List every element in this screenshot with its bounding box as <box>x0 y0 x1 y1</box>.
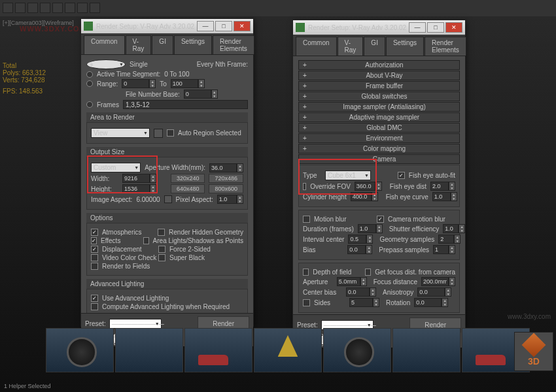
als-cb[interactable] <box>143 237 149 244</box>
cb-input[interactable]: ▲▼ <box>346 287 376 297</box>
tab-gi[interactable]: GI <box>364 37 385 56</box>
aperture-input[interactable]: ▲▼ <box>209 163 243 172</box>
ual-cb[interactable] <box>91 295 98 302</box>
rollout-env[interactable]: +Environment <box>298 133 460 143</box>
strip-frame <box>115 328 183 372</box>
tool-btn[interactable] <box>40 3 50 13</box>
frames-input[interactable] <box>123 100 248 109</box>
rollout-ais[interactable]: +Adaptive image sampler <box>298 112 460 122</box>
ap-input[interactable]: ▲▼ <box>337 277 367 286</box>
tab-common[interactable]: Common <box>84 35 125 54</box>
rot-input[interactable]: ▲▼ <box>414 298 448 307</box>
app-icon <box>84 22 93 31</box>
rollout-fb[interactable]: +Frame buffer <box>298 81 460 91</box>
width-input[interactable]: ▲▼ <box>122 174 156 183</box>
advanced-lighting-title: Advanced Lighting <box>86 279 248 289</box>
preset-320-btn[interactable]: 320x240 <box>171 174 205 183</box>
ic-input[interactable]: ▲▼ <box>348 235 373 244</box>
tab-common[interactable]: Common <box>296 37 337 56</box>
dof-cb[interactable] <box>303 269 309 276</box>
tab-vray[interactable]: V-Ray <box>126 35 152 54</box>
fd-input[interactable]: ▲▼ <box>421 277 455 286</box>
camera-type-select[interactable]: Cube 6x1 <box>325 171 371 180</box>
tab-vray[interactable]: V-Ray <box>338 37 364 56</box>
mb-cb[interactable] <box>303 216 310 223</box>
area-view-select[interactable]: View <box>91 128 150 138</box>
f2s-cb[interactable] <box>158 246 165 253</box>
tab-gi[interactable]: GI <box>152 35 173 54</box>
range-to-input[interactable]: ▲▼ <box>171 79 205 88</box>
atmospherics-cb[interactable] <box>91 229 98 236</box>
sb-cb[interactable] <box>158 254 165 261</box>
preset-800-btn[interactable]: 800x600 <box>209 184 243 193</box>
effects-cb[interactable] <box>91 237 97 244</box>
ps-input[interactable]: ▲▼ <box>433 245 455 254</box>
rollout-about[interactable]: +About V-Ray <box>298 71 460 80</box>
rollout-isa[interactable]: +Image sampler (Antialiasing) <box>298 102 460 112</box>
lock-aspect-btn[interactable] <box>164 195 172 203</box>
maximize-button[interactable]: □ <box>427 22 444 33</box>
close-button[interactable]: ✕ <box>445 22 462 33</box>
cmb-cb[interactable] <box>377 216 384 223</box>
fea-cb[interactable] <box>398 172 405 179</box>
titlebar[interactable]: Render Setup: V-Ray Adv 3.20.02 — □ ✕ <box>81 19 253 33</box>
minimize-button[interactable]: — <box>409 22 426 33</box>
output-size-select[interactable]: Custom <box>91 163 141 172</box>
rollout-cm[interactable]: +Color mapping <box>298 144 460 154</box>
preset-640-btn[interactable]: 640x480 <box>171 184 205 193</box>
fnb-input[interactable]: ▲▼ <box>184 90 218 99</box>
an-input[interactable]: ▲▼ <box>417 287 451 297</box>
rollout-cam[interactable]: -Camera <box>298 154 460 164</box>
tool-btn[interactable] <box>90 3 100 13</box>
tab-render-elements[interactable]: Render Elements <box>213 35 254 54</box>
gfd-cb[interactable] <box>365 269 371 276</box>
vcc-cb[interactable] <box>91 254 98 261</box>
area-region-btn[interactable] <box>154 129 163 138</box>
sides-input[interactable]: ▲▼ <box>349 298 379 307</box>
pixel-aspect-input[interactable]: ▲▼ <box>217 195 243 204</box>
ch-input[interactable]: ▲▼ <box>351 192 378 201</box>
rollout-dmc[interactable]: +Global DMC <box>298 123 460 133</box>
rollout-gs[interactable]: +Global switches <box>298 91 460 101</box>
watermark-right: www.3dxy.com <box>508 313 551 320</box>
tab-settings[interactable]: Settings <box>174 35 212 54</box>
single-radio[interactable] <box>86 59 126 69</box>
rollout-auth[interactable]: +Authorization <box>298 60 460 70</box>
disp-cb[interactable] <box>91 246 98 253</box>
tool-btn[interactable] <box>15 3 26 13</box>
tab-settings[interactable]: Settings <box>386 37 424 56</box>
ofov-cb[interactable] <box>303 183 306 190</box>
strip-frame <box>323 328 391 372</box>
range-radio[interactable] <box>86 80 93 87</box>
minimize-button[interactable]: — <box>197 21 214 31</box>
frames-radio[interactable] <box>86 101 93 108</box>
si-input[interactable]: ▲▼ <box>443 224 465 233</box>
gs2-input[interactable]: ▲▼ <box>438 235 460 244</box>
cal-cb[interactable] <box>91 303 98 310</box>
auto-region-cb[interactable] <box>167 129 174 137</box>
height-input[interactable]: ▲▼ <box>122 184 156 193</box>
render-setup-window-common: Render Setup: V-Ray Adv 3.20.02 — □ ✕ Co… <box>80 18 254 327</box>
tool-btn[interactable] <box>65 3 75 13</box>
tool-btn[interactable] <box>3 3 13 13</box>
maximize-button[interactable]: □ <box>215 21 232 31</box>
dur-input[interactable]: ▲▼ <box>358 224 383 233</box>
close-button[interactable]: ✕ <box>234 21 251 31</box>
preset-select[interactable]: ———————— <box>109 319 162 329</box>
tool-btn[interactable] <box>52 3 63 13</box>
titlebar[interactable]: Render Setup: V-Ray Adv 3.20.02 — □ ✕ <box>293 20 465 35</box>
tab-render-elements[interactable]: Render Elements <box>425 37 466 56</box>
rhg-cb[interactable] <box>158 229 165 236</box>
preset-720-btn[interactable]: 720x486 <box>209 174 243 183</box>
tool-btn[interactable] <box>77 3 88 13</box>
ats-radio[interactable] <box>86 71 93 78</box>
stats-block: Total Polys: 663,312 Verts: 734,628 FPS:… <box>3 62 46 95</box>
fed-input[interactable]: ▲▼ <box>430 182 455 191</box>
fec-input[interactable]: ▲▼ <box>432 192 457 201</box>
sides-cb[interactable] <box>303 299 310 306</box>
bias-input[interactable]: ▲▼ <box>347 245 372 254</box>
tool-btn[interactable] <box>27 3 38 13</box>
rtf-cb[interactable] <box>91 263 98 270</box>
range-from-input[interactable]: ▲▼ <box>122 79 156 88</box>
ofov-input[interactable]: ▲▼ <box>355 182 382 191</box>
